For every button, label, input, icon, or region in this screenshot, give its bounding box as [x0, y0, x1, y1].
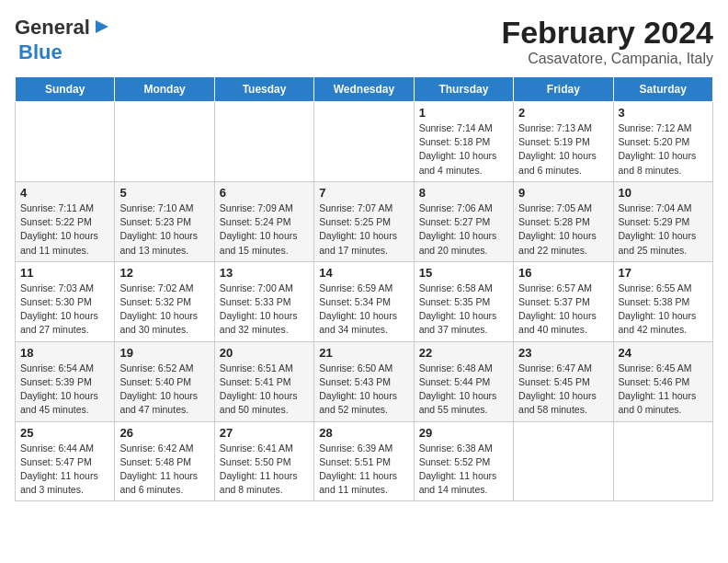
day-info: Sunrise: 6:57 AMSunset: 5:37 PMDaylight:…	[518, 282, 608, 338]
day-info: Sunrise: 7:06 AMSunset: 5:27 PMDaylight:…	[419, 201, 508, 258]
calendar-cell: 21Sunrise: 6:50 AMSunset: 5:43 PMDayligh…	[314, 341, 414, 421]
day-info: Sunrise: 7:04 AMSunset: 5:29 PMDaylight:…	[619, 201, 708, 258]
calendar-cell: 11Sunrise: 7:03 AMSunset: 5:30 PMDayligh…	[16, 261, 115, 341]
day-number: 8	[419, 186, 508, 200]
calendar-cell	[214, 102, 313, 182]
day-info: Sunrise: 7:12 AMSunset: 5:20 PMDaylight:…	[619, 121, 708, 178]
calendar-cell: 18Sunrise: 6:54 AMSunset: 5:39 PMDayligh…	[16, 341, 115, 421]
logo-general: General	[15, 16, 90, 40]
calendar-cell: 27Sunrise: 6:41 AMSunset: 5:50 PMDayligh…	[214, 421, 313, 501]
day-number: 7	[319, 186, 408, 200]
week-row-5: 25Sunrise: 6:44 AMSunset: 5:47 PMDayligh…	[16, 421, 713, 501]
week-row-3: 11Sunrise: 7:03 AMSunset: 5:30 PMDayligh…	[16, 261, 713, 341]
logo: General Blue	[15, 15, 112, 64]
weekday-header-tuesday: Tuesday	[214, 77, 313, 102]
weekday-header-monday: Monday	[115, 77, 214, 102]
weekday-header-row: SundayMondayTuesdayWednesdayThursdayFrid…	[16, 77, 713, 102]
logo-arrow-icon	[92, 17, 112, 37]
day-number: 4	[20, 186, 109, 200]
calendar-cell	[115, 102, 214, 182]
day-number: 13	[220, 266, 309, 280]
calendar-cell: 28Sunrise: 6:39 AMSunset: 5:51 PMDayligh…	[314, 421, 414, 501]
weekday-header-sunday: Sunday	[16, 77, 115, 102]
day-info: Sunrise: 6:50 AMSunset: 5:43 PMDaylight:…	[319, 362, 408, 418]
day-info: Sunrise: 6:39 AMSunset: 5:51 PMDaylight:…	[319, 442, 408, 498]
calendar-cell: 1Sunrise: 7:14 AMSunset: 5:18 PMDaylight…	[414, 102, 513, 182]
title-section: February 2024 Casavatore, Campania, Ital…	[501, 15, 713, 67]
day-info: Sunrise: 7:00 AMSunset: 5:33 PMDaylight:…	[220, 282, 309, 338]
day-info: Sunrise: 6:48 AMSunset: 5:44 PMDaylight:…	[419, 362, 508, 418]
day-info: Sunrise: 7:11 AMSunset: 5:22 PMDaylight:…	[20, 201, 109, 258]
day-info: Sunrise: 6:51 AMSunset: 5:41 PMDaylight:…	[220, 362, 309, 418]
day-number: 20	[220, 346, 309, 360]
day-number: 16	[518, 266, 608, 280]
day-info: Sunrise: 7:14 AMSunset: 5:18 PMDaylight:…	[419, 121, 508, 178]
day-number: 10	[619, 186, 708, 200]
day-info: Sunrise: 6:59 AMSunset: 5:34 PMDaylight:…	[319, 282, 408, 338]
header: General Blue February 2024 Casavatore, C…	[15, 15, 713, 67]
day-number: 3	[619, 106, 708, 120]
day-info: Sunrise: 7:03 AMSunset: 5:30 PMDaylight:…	[20, 282, 109, 338]
day-number: 25	[20, 426, 109, 440]
day-number: 21	[319, 346, 408, 360]
main-title: February 2024	[501, 15, 713, 51]
day-number: 11	[20, 266, 109, 280]
day-number: 15	[419, 266, 508, 280]
day-number: 27	[220, 426, 309, 440]
day-info: Sunrise: 6:47 AMSunset: 5:45 PMDaylight:…	[518, 362, 608, 418]
day-number: 29	[419, 426, 508, 440]
calendar-cell: 12Sunrise: 7:02 AMSunset: 5:32 PMDayligh…	[115, 261, 214, 341]
calendar-cell: 26Sunrise: 6:42 AMSunset: 5:48 PMDayligh…	[115, 421, 214, 501]
day-info: Sunrise: 6:52 AMSunset: 5:40 PMDaylight:…	[119, 362, 209, 418]
day-info: Sunrise: 6:45 AMSunset: 5:46 PMDaylight:…	[619, 362, 708, 418]
weekday-header-thursday: Thursday	[414, 77, 513, 102]
sub-title: Casavatore, Campania, Italy	[501, 51, 713, 67]
calendar-cell: 4Sunrise: 7:11 AMSunset: 5:22 PMDaylight…	[16, 181, 115, 261]
day-info: Sunrise: 7:05 AMSunset: 5:28 PMDaylight:…	[518, 201, 608, 258]
calendar-cell: 5Sunrise: 7:10 AMSunset: 5:23 PMDaylight…	[115, 181, 214, 261]
day-number: 6	[220, 186, 309, 200]
weekday-header-friday: Friday	[514, 77, 613, 102]
day-info: Sunrise: 6:55 AMSunset: 5:38 PMDaylight:…	[619, 282, 708, 338]
calendar-cell: 7Sunrise: 7:07 AMSunset: 5:25 PMDaylight…	[314, 181, 414, 261]
calendar-cell: 14Sunrise: 6:59 AMSunset: 5:34 PMDayligh…	[314, 261, 414, 341]
day-number: 19	[119, 346, 209, 360]
calendar-cell: 15Sunrise: 6:58 AMSunset: 5:35 PMDayligh…	[414, 261, 513, 341]
calendar-cell: 8Sunrise: 7:06 AMSunset: 5:27 PMDaylight…	[414, 181, 513, 261]
calendar-table: SundayMondayTuesdayWednesdayThursdayFrid…	[15, 76, 713, 501]
day-info: Sunrise: 6:42 AMSunset: 5:48 PMDaylight:…	[119, 442, 209, 498]
weekday-header-saturday: Saturday	[613, 77, 712, 102]
week-row-1: 1Sunrise: 7:14 AMSunset: 5:18 PMDaylight…	[16, 102, 713, 182]
calendar-cell: 19Sunrise: 6:52 AMSunset: 5:40 PMDayligh…	[115, 341, 214, 421]
calendar-cell: 20Sunrise: 6:51 AMSunset: 5:41 PMDayligh…	[214, 341, 313, 421]
day-info: Sunrise: 7:09 AMSunset: 5:24 PMDaylight:…	[220, 201, 309, 258]
day-info: Sunrise: 6:54 AMSunset: 5:39 PMDaylight:…	[20, 362, 109, 418]
calendar-cell	[314, 102, 414, 182]
day-info: Sunrise: 6:41 AMSunset: 5:50 PMDaylight:…	[220, 442, 309, 498]
calendar-cell: 3Sunrise: 7:12 AMSunset: 5:20 PMDaylight…	[613, 102, 712, 182]
calendar-cell: 9Sunrise: 7:05 AMSunset: 5:28 PMDaylight…	[514, 181, 613, 261]
calendar-cell: 6Sunrise: 7:09 AMSunset: 5:24 PMDaylight…	[214, 181, 313, 261]
weekday-header-wednesday: Wednesday	[314, 77, 414, 102]
day-info: Sunrise: 6:38 AMSunset: 5:52 PMDaylight:…	[419, 442, 508, 498]
calendar-cell	[613, 421, 712, 501]
logo-blue: Blue	[18, 40, 63, 63]
calendar-cell	[514, 421, 613, 501]
day-number: 9	[518, 186, 608, 200]
day-number: 23	[518, 346, 608, 360]
calendar-cell: 29Sunrise: 6:38 AMSunset: 5:52 PMDayligh…	[414, 421, 513, 501]
day-number: 12	[119, 266, 209, 280]
calendar-cell: 17Sunrise: 6:55 AMSunset: 5:38 PMDayligh…	[613, 261, 712, 341]
week-row-2: 4Sunrise: 7:11 AMSunset: 5:22 PMDaylight…	[16, 181, 713, 261]
day-info: Sunrise: 6:44 AMSunset: 5:47 PMDaylight:…	[20, 442, 109, 498]
day-info: Sunrise: 6:58 AMSunset: 5:35 PMDaylight:…	[419, 282, 508, 338]
day-number: 14	[319, 266, 408, 280]
calendar-cell: 2Sunrise: 7:13 AMSunset: 5:19 PMDaylight…	[514, 102, 613, 182]
day-info: Sunrise: 7:13 AMSunset: 5:19 PMDaylight:…	[518, 121, 608, 178]
day-number: 5	[119, 186, 209, 200]
calendar-cell	[16, 102, 115, 182]
calendar-cell: 16Sunrise: 6:57 AMSunset: 5:37 PMDayligh…	[514, 261, 613, 341]
calendar-cell: 23Sunrise: 6:47 AMSunset: 5:45 PMDayligh…	[514, 341, 613, 421]
day-number: 26	[119, 426, 209, 440]
day-number: 2	[518, 106, 608, 120]
